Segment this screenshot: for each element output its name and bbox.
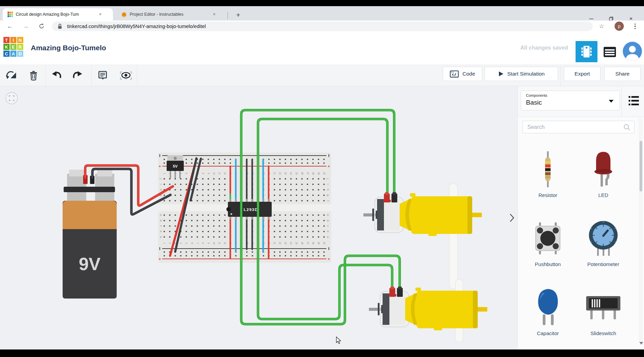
url-bar[interactable]: tinkercad.com/things/jrB08Wy5N4Y-amazing… <box>52 22 593 31</box>
components-panel-header: Components Basic <box>518 86 644 117</box>
tab-project-editor[interactable]: Project Editor - Instructables × <box>116 8 225 21</box>
favicon-cell <box>10 15 11 17</box>
svg-text:21: 21 <box>273 242 276 244</box>
code-button-label: Code <box>462 71 475 77</box>
panel-collapse-chevron[interactable] <box>508 213 516 223</box>
components-dropdown[interactable]: Components Basic <box>521 91 620 110</box>
svg-text:21: 21 <box>273 172 276 175</box>
svg-text:j: j <box>159 178 163 179</box>
zoom-to-fit-button[interactable] <box>6 92 17 104</box>
svg-text:10: 10 <box>213 242 215 244</box>
browser-window: Circuit design Amazing Bojo-Tum × Projec… <box>0 0 644 357</box>
svg-text:i: i <box>326 184 330 185</box>
bookmark-star-icon[interactable]: ☆ <box>597 21 606 31</box>
logo-cell: R <box>17 44 23 50</box>
rotate-icon <box>5 69 17 82</box>
logo-cell: C <box>3 51 10 57</box>
browser-navbar: ← → tinkercad.com/things/jrB08Wy5N4Y-ama… <box>0 21 644 32</box>
component-label: Pushbutton <box>521 261 574 267</box>
regulator-label: 5V <box>173 164 178 168</box>
favicon-cell <box>8 15 9 17</box>
svg-text:24: 24 <box>290 242 292 244</box>
screen-letterbox-top <box>0 0 644 6</box>
undo-button[interactable] <box>51 69 63 82</box>
tab-close-icon[interactable]: × <box>211 11 217 17</box>
svg-text:g: g <box>326 195 330 196</box>
l293d-chip[interactable]: L293D <box>227 199 272 220</box>
chip-label: L293D <box>244 208 258 212</box>
battery-9v[interactable]: 9V <box>63 170 117 299</box>
browser-profile-avatar[interactable]: p <box>615 22 624 31</box>
component-tile-slideswitch[interactable]: Slideswitch <box>577 287 630 336</box>
browser-menu-icon[interactable] <box>631 21 639 31</box>
delete-button[interactable] <box>27 69 40 82</box>
component-list-toggle-button[interactable] <box>629 95 639 107</box>
svg-text:b: b <box>326 231 330 233</box>
export-button[interactable]: Export <box>564 67 601 81</box>
redo-button[interactable] <box>71 69 83 82</box>
annotations-button[interactable] <box>96 69 109 82</box>
svg-text:b: b <box>159 231 163 233</box>
lock-icon <box>57 23 63 29</box>
share-button-label: Share <box>615 71 629 77</box>
logo-cell: T <box>3 37 10 43</box>
svg-text:30: 30 <box>323 172 325 175</box>
component-label: Resistor <box>521 192 574 198</box>
scroll-down-icon[interactable] <box>639 342 643 345</box>
svg-text:2: 2 <box>169 242 171 244</box>
svg-text:h: h <box>159 189 163 190</box>
svg-text:25: 25 <box>295 172 298 175</box>
document-title[interactable]: Amazing Bojo-Tumelo <box>31 44 106 52</box>
svg-text:28: 28 <box>312 242 314 244</box>
component-list-view-button[interactable] <box>602 47 617 57</box>
rotate-button[interactable] <box>5 69 17 82</box>
svg-text:5: 5 <box>185 242 188 244</box>
circuit-canvas[interactable]: 1122334455667788991010111112121313141415… <box>0 86 518 349</box>
svg-text:8: 8 <box>202 242 204 244</box>
svg-text:d: d <box>159 220 163 221</box>
svg-text:12: 12 <box>224 172 226 175</box>
start-simulation-button[interactable]: Start Simulation <box>485 67 558 81</box>
svg-text:27: 27 <box>307 172 309 175</box>
led-icon <box>591 149 615 189</box>
reload-icon <box>39 23 44 29</box>
screen-letterbox-bottom <box>0 349 644 357</box>
new-tab-button[interactable]: + <box>233 11 243 20</box>
svg-text:+: + <box>159 164 161 168</box>
tab-close-icon[interactable]: × <box>97 11 103 17</box>
tab-circuit-design[interactable]: Circuit design Amazing Bojo-Tum × <box>3 8 113 21</box>
favicon-cell <box>10 14 11 15</box>
tinkercad-logo[interactable]: TINKERCAD <box>3 37 23 57</box>
slideswitch-icon <box>585 289 622 326</box>
svg-text:22: 22 <box>279 172 281 175</box>
component-tile-led[interactable]: LED <box>577 148 630 198</box>
reload-button[interactable] <box>36 21 47 31</box>
svg-text:a: a <box>159 236 163 238</box>
forward-button[interactable]: → <box>21 21 31 31</box>
circuit-view-toggle-button[interactable] <box>576 41 597 62</box>
component-tile-resistor[interactable]: Resistor <box>521 148 574 198</box>
tab-strip: Circuit design Amazing Bojo-Tum × Projec… <box>0 6 644 21</box>
user-avatar[interactable] <box>623 42 642 61</box>
pushbutton-icon <box>532 220 564 257</box>
component-tile-capacitor[interactable]: Capacitor <box>521 287 574 336</box>
gearmotor-2[interactable] <box>369 287 487 330</box>
favicon-cell <box>11 15 13 17</box>
svg-text:23: 23 <box>284 172 287 175</box>
chip-icon <box>576 41 597 62</box>
gearmotor-1[interactable] <box>363 192 482 236</box>
visibility-button[interactable] <box>119 69 131 82</box>
component-tile-pushbutton[interactable]: Pushbutton <box>521 217 574 267</box>
search-input[interactable] <box>527 121 620 133</box>
component-search <box>523 121 634 133</box>
code-button[interactable]: Code <box>443 67 482 81</box>
back-button[interactable]: ← <box>5 21 15 31</box>
svg-text:9: 9 <box>207 173 210 174</box>
svg-text:a: a <box>326 236 330 238</box>
share-button[interactable]: Share <box>604 67 641 81</box>
panel-scrollbar[interactable] <box>639 118 643 342</box>
panel-scrollbar-thumb[interactable] <box>640 141 642 191</box>
svg-text:27: 27 <box>307 242 309 244</box>
search-icon <box>623 123 631 131</box>
component-tile-potentiometer[interactable]: Potentiometer <box>577 217 630 267</box>
